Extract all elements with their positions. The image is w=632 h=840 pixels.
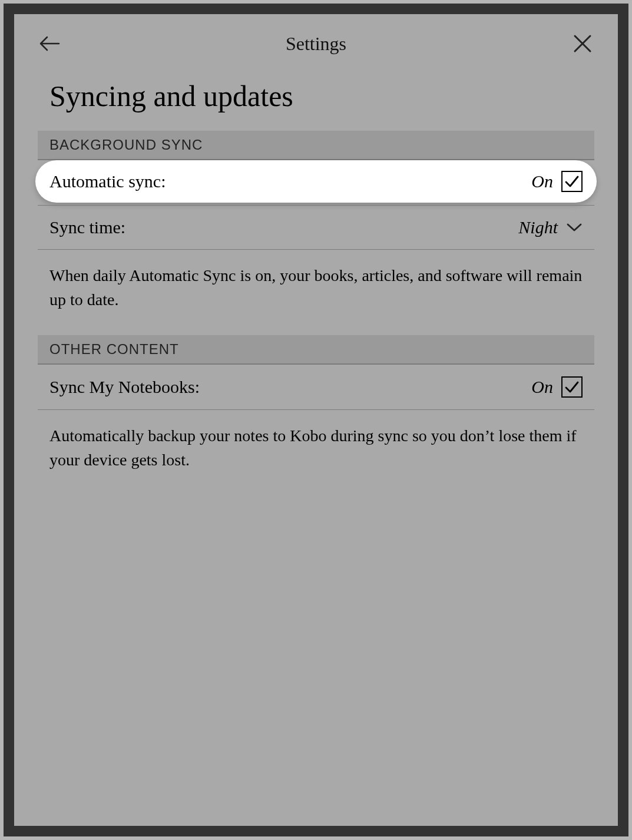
- sync-time-value-group: Night: [518, 217, 583, 237]
- page-title: Syncing and updates: [14, 67, 618, 131]
- sync-notebooks-label: Sync My Notebooks:: [49, 377, 200, 397]
- close-icon: [573, 34, 593, 54]
- device-frame: Settings Syncing and updates BACKGROUND …: [4, 4, 628, 836]
- sync-notebooks-row[interactable]: Sync My Notebooks: On: [38, 365, 594, 410]
- checkmark-icon: [564, 379, 580, 395]
- sync-time-label: Sync time:: [49, 217, 125, 237]
- section-header-background-sync: BACKGROUND SYNC: [38, 131, 594, 160]
- back-button[interactable]: [38, 32, 61, 55]
- automatic-sync-label: Automatic sync:: [49, 171, 166, 191]
- close-button[interactable]: [571, 32, 594, 55]
- sync-time-row[interactable]: Sync time: Night: [38, 206, 594, 250]
- sync-notebooks-value-group: On: [531, 376, 583, 398]
- chevron-down-icon: [566, 222, 583, 233]
- header-title: Settings: [61, 33, 571, 55]
- sync-time-value: Night: [518, 217, 558, 237]
- header: Settings: [14, 14, 618, 67]
- background-sync-description: When daily Automatic Sync is on, your bo…: [14, 250, 618, 335]
- sync-notebooks-value: On: [531, 377, 553, 397]
- automatic-sync-row[interactable]: Automatic sync: On: [35, 160, 597, 203]
- automatic-sync-value-group: On: [531, 171, 583, 192]
- other-content-description: Automatically backup your notes to Kobo …: [14, 410, 618, 495]
- checkmark-icon: [564, 173, 580, 190]
- automatic-sync-value: On: [531, 171, 553, 191]
- automatic-sync-checkbox[interactable]: [561, 171, 583, 192]
- section-header-other-content: OTHER CONTENT: [38, 335, 594, 365]
- arrow-left-icon: [39, 35, 60, 52]
- sync-notebooks-checkbox[interactable]: [561, 376, 583, 398]
- screen: Settings Syncing and updates BACKGROUND …: [14, 14, 618, 826]
